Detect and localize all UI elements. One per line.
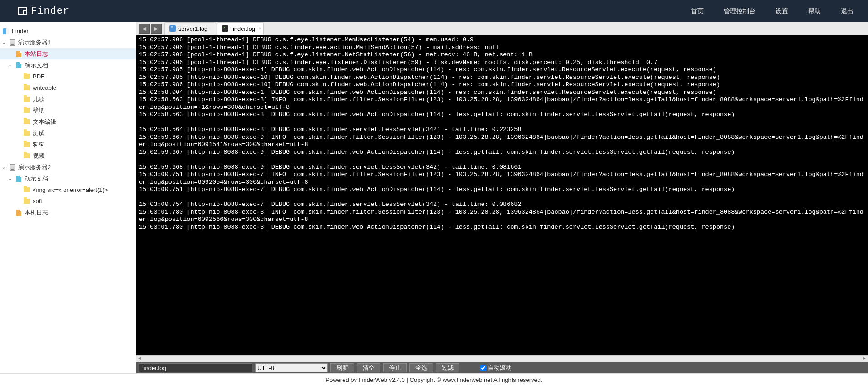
sidebar: Finder ⌄ 演示服务器1 本站日志 ⌄ 演示文档 PDF writeabl… [0,22,136,373]
nav-admin-console[interactable]: 管理控制台 [714,0,765,22]
tab-server1-log[interactable]: server1.log [164,22,216,35]
filename-input[interactable] [139,363,252,372]
log-toolbar: UTF-8 刷新 清空 停止 全选 过滤 自动滚动 [136,362,868,373]
nav-settings[interactable]: 设置 [765,0,798,22]
tree-folder-songs[interactable]: 儿歌 [0,93,136,105]
tree-root[interactable]: Finder [0,25,136,37]
folder-icon [24,119,30,124]
select-all-button[interactable]: 全选 [409,363,433,372]
nav-help[interactable]: 帮助 [798,0,831,22]
auto-scroll-label: 自动滚动 [488,364,512,372]
tree-folder-wallpaper[interactable]: 壁纸 [0,105,136,116]
tree-folder-xss[interactable]: <img src=x onerror=alert(1)> [0,184,136,195]
tree-local-log-label: 本机日志 [25,209,48,217]
log-file-icon [16,51,21,57]
tree-site-log[interactable]: 本站日志 [0,48,136,59]
filter-button[interactable]: 过滤 [436,363,459,372]
tree-folder-text-edit[interactable]: 文本编辑 [0,116,136,127]
chevron-down-icon[interactable]: ⌄ [8,176,15,181]
auto-scroll-toggle[interactable]: 自动滚动 [480,364,512,372]
chevron-down-icon[interactable]: ⌄ [2,165,8,170]
tree-folder-test[interactable]: 测试 [0,127,136,139]
nav-forward-button[interactable]: ► [151,24,162,34]
finder-icon [3,28,9,34]
chevron-down-icon[interactable]: ⌄ [2,40,8,45]
folder-icon [24,187,30,192]
tab-label: finder.log [231,25,255,32]
tree-folder-writeable[interactable]: writeable [0,82,136,93]
folder-icon [24,108,30,113]
tree-local-log[interactable]: 本机日志 [0,207,136,218]
folder-icon [24,74,30,79]
tree-folder-dogs[interactable]: 狗狗 [0,139,136,150]
doc-file-icon [16,176,21,182]
clear-button[interactable]: 清空 [357,363,380,372]
stop-button[interactable]: 停止 [383,363,407,372]
nav-logout[interactable]: 退出 [831,0,863,22]
refresh-button[interactable]: 刷新 [330,363,354,372]
tree-folder-pdf[interactable]: PDF [0,71,136,82]
tree-demo-docs-1[interactable]: ⌄ 演示文档 [0,59,136,71]
tree-folder-soft[interactable]: soft [0,195,136,207]
chevron-down-icon[interactable]: ⌄ [8,63,15,68]
footer: Powered by FinderWeb v2.4.3 | Copyright … [0,373,868,386]
close-icon[interactable]: × [258,25,261,32]
log-console[interactable]: 15:02:57.906 [pool-1-thread-1] DEBUG c.s… [136,35,868,355]
log-file-icon [16,210,21,216]
folder-icon [24,199,30,204]
text-file-icon [169,25,176,32]
tree-folder-video[interactable]: 视频 [0,150,136,161]
charset-select[interactable]: UTF-8 [255,363,328,372]
nav-back-button[interactable]: ◄ [139,24,150,34]
tree-site-log-label: 本站日志 [25,50,48,58]
horizontal-scrollbar[interactable] [136,355,868,362]
tab-label: server1.log [178,25,207,32]
tree-root-label: Finder [12,28,29,34]
tree-server1[interactable]: ⌄ 演示服务器1 [0,37,136,48]
tree-demo-docs-2[interactable]: ⌄ 演示文档 [0,173,136,184]
folder-icon [24,153,30,158]
tree-demo-docs-1-label: 演示文档 [25,61,48,69]
top-nav: 首页 管理控制台 设置 帮助 退出 [681,0,863,22]
auto-scroll-checkbox[interactable] [480,365,486,371]
folder-icon [24,85,30,90]
workspace: Finder ⌄ 演示服务器1 本站日志 ⌄ 演示文档 PDF writeabl… [0,22,868,373]
tab-finder-log[interactable]: finder.log × [217,22,264,35]
tab-bar: ◄ ► server1.log finder.log × [136,22,868,35]
folder-icon [24,131,30,136]
footer-text: Powered by FinderWeb v2.4.3 | Copyright … [326,376,542,383]
header: Finder 首页 管理控制台 设置 帮助 退出 [0,0,868,22]
server-icon [10,39,15,46]
folder-icon [24,97,30,102]
logo-icon [18,7,27,15]
tree-server2-label: 演示服务器2 [18,163,51,171]
doc-file-icon [16,62,21,68]
tree-server2[interactable]: ⌄ 演示服务器2 [0,161,136,173]
tree-demo-docs-2-label: 演示文档 [25,175,48,183]
logo-text: Finder [31,5,69,17]
logo: Finder [18,5,69,17]
tree-server1-label: 演示服务器1 [18,39,51,47]
folder-icon [24,142,30,147]
main-panel: ◄ ► server1.log finder.log × 15:02:57.90… [136,22,868,373]
server-icon [10,164,15,171]
nav-home[interactable]: 首页 [681,0,714,22]
terminal-icon [222,25,228,32]
